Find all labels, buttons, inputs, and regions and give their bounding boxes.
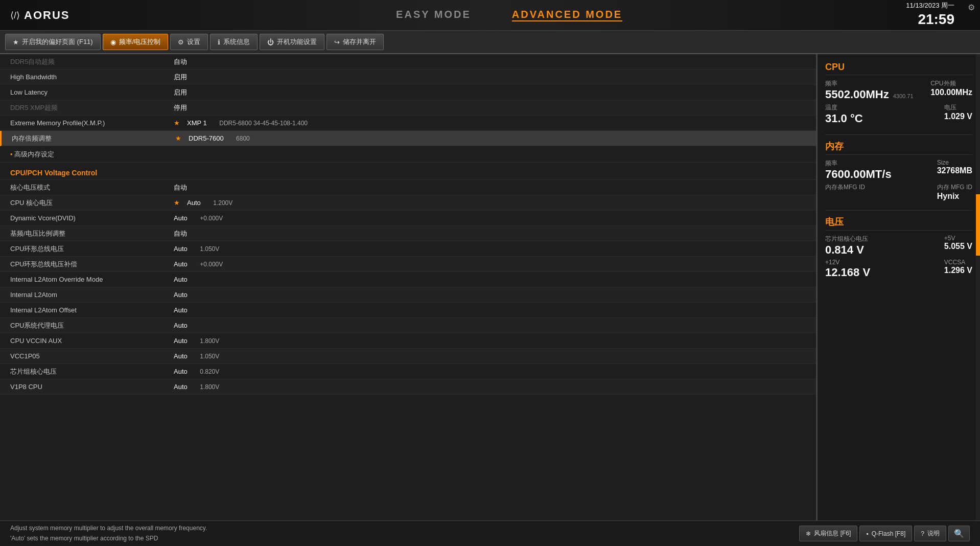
setting-value[interactable]: Auto 0.820V	[174, 368, 806, 375]
setting-name: Dynamic Vcore(DVID)	[10, 214, 174, 222]
freq-icon: ◉	[110, 38, 116, 46]
setting-name: High Bandwidth	[10, 73, 174, 81]
voltage-12v-row: +12V 12.168 V VCCSA 1.296 V	[825, 259, 972, 279]
setting-value[interactable]: Auto 1.050V	[174, 245, 806, 253]
table-row[interactable]: Low Latency 启用	[0, 85, 816, 100]
table-row[interactable]: V1P8 CPU Auto 1.800V	[0, 379, 816, 395]
table-row[interactable]: Extreme Memory Profile(X.M.P.) ★XMP 1 DD…	[0, 116, 816, 131]
qflash-button[interactable]: ▪ Q-Flash [F8]	[859, 526, 912, 541]
table-row[interactable]: Internal L2Atom Override Mode Auto	[0, 272, 816, 287]
cpu-temp-row: 温度 31.0 °C 电压 1.029 V	[825, 103, 972, 125]
table-row[interactable]: 内存倍频调整 ★DDR5-7600 6800	[0, 131, 816, 146]
setting-value[interactable]: Auto	[174, 322, 806, 329]
setting-extra: 0.820V	[200, 368, 219, 375]
voltage-12v-label: +12V	[825, 259, 870, 266]
table-row[interactable]: 核心电压模式 自动	[0, 180, 816, 195]
save-exit-button[interactable]: ↪ 储存并离开	[326, 34, 384, 50]
table-row[interactable]: Dynamic Vcore(DVID) Auto +0.000V	[0, 211, 816, 226]
setting-value[interactable]: 自动	[174, 183, 806, 192]
setting-value[interactable]: Auto	[174, 306, 806, 314]
divider-1	[825, 134, 972, 135]
table-row[interactable]: Internal L2Atom Offset Auto	[0, 303, 816, 318]
setting-value[interactable]: 启用	[174, 88, 806, 97]
table-row[interactable]: CPU系统代理电压 Auto	[0, 318, 816, 333]
search-button[interactable]: 🔍	[948, 526, 970, 541]
cpu-freq-label: 频率	[825, 79, 914, 88]
main-content: DDR5自动超频 自动 High Bandwidth 启用 Low Latenc…	[0, 54, 980, 520]
setting-value[interactable]: ★Auto 1.200V	[174, 199, 806, 207]
setting-value[interactable]: Auto +0.000V	[174, 260, 806, 268]
setting-name: Low Latency	[10, 88, 174, 96]
setting-extra: 1.200V	[213, 199, 232, 207]
voltage-core-label: 芯片组核心电压	[825, 235, 868, 243]
easy-mode-label[interactable]: EASY MODE	[396, 9, 471, 21]
setting-value[interactable]: 自动	[174, 57, 806, 66]
divider-2	[825, 210, 972, 211]
advanced-mode-label[interactable]: ADVANCED MODE	[512, 9, 622, 21]
setting-value[interactable]: Auto 1.800V	[174, 337, 806, 345]
cpu-freq-sub: 4300.71	[893, 93, 914, 99]
table-row[interactable]: DDR5 XMP超频 停用	[0, 100, 816, 116]
star-icon: ★	[174, 119, 180, 127]
setting-value[interactable]: Auto 1.050V	[174, 352, 806, 360]
fan-icon: ❄	[806, 530, 811, 537]
flash-icon: ▪	[866, 530, 868, 537]
table-row[interactable]: DDR5自动超频 自动	[0, 54, 816, 70]
help-icon: ?	[921, 530, 924, 537]
settings-panel: DDR5自动超频 自动 High Bandwidth 启用 Low Latenc…	[0, 54, 816, 520]
fan-info-button[interactable]: ❄ 风扇信息 [F6]	[799, 526, 857, 541]
table-row[interactable]: CPU 核心电压 ★Auto 1.200V	[0, 195, 816, 211]
setting-value[interactable]: 启用	[174, 73, 806, 82]
info-icon: ℹ	[218, 38, 220, 46]
setting-name: CPU VCCIN AUX	[10, 337, 174, 345]
boot-settings-button[interactable]: ⏻ 开机功能设置	[260, 34, 324, 50]
table-row[interactable]: 基频/电压比例调整 自动	[0, 226, 816, 241]
table-row[interactable]: 芯片组核心电压 Auto 0.820V	[0, 364, 816, 379]
mem-info-section: 内存 频率 7600.00MT/s Size 32768MB 内存条MFG ID…	[825, 140, 972, 201]
setting-value[interactable]: 自动	[174, 229, 806, 238]
voltage-5v-label: +5V	[944, 235, 972, 242]
setting-value[interactable]: ★DDR5-7600 6800	[175, 134, 806, 142]
header: ⟨/⟩ AORUS EASY MODE ADVANCED MODE 11/13/…	[0, 0, 980, 31]
table-row[interactable]: CPU环形总线电压 Auto 1.050V	[0, 241, 816, 257]
star-icon: ★	[174, 199, 180, 207]
vccsa-value: 1.296 V	[944, 266, 972, 275]
setting-value[interactable]: Auto +0.000V	[174, 214, 806, 222]
settings-button[interactable]: ⚙ 设置	[170, 34, 208, 50]
cpu-freq-row: 频率 5502.00MHz 4300.71 CPU外频 100.00MHz	[825, 79, 972, 101]
fav-page-button[interactable]: ★ 开启我的偏好页面 (F11)	[5, 34, 101, 50]
setting-value[interactable]: Auto	[174, 291, 806, 299]
gear-icon[interactable]: ⚙	[968, 3, 975, 12]
setting-name: 核心电压模式	[10, 183, 174, 192]
setting-value[interactable]: Auto	[174, 276, 806, 283]
setting-extra: DDR5-6800 34-45-45-108-1.400	[219, 120, 308, 127]
table-row[interactable]: ▪ 高级内存设定	[0, 146, 816, 163]
setting-name: 内存倍频调整	[12, 134, 175, 143]
mem-mfg-label: 内存条MFG ID	[825, 183, 865, 192]
time-display: 21:59	[906, 10, 954, 29]
voltage-info-section: 电压 芯片组核心电压 0.814 V +5V 5.055 V +12V 12.1…	[825, 216, 972, 279]
mem-mfg-row: 内存条MFG ID 内存 MFG ID Hynix	[825, 183, 972, 201]
table-row[interactable]: High Bandwidth 启用	[0, 70, 816, 85]
setting-value[interactable]: ★XMP 1 DDR5-6800 34-45-45-108-1.400	[174, 119, 806, 127]
setting-value[interactable]: 停用	[174, 103, 806, 112]
setting-name: Internal L2Atom	[10, 291, 174, 299]
sysinfo-button[interactable]: ℹ 系统信息	[210, 34, 258, 50]
table-row[interactable]: CPU VCCIN AUX Auto 1.800V	[0, 333, 816, 349]
table-row[interactable]: CPU/PCH Voltage Control	[0, 163, 816, 180]
freq-control-button[interactable]: ◉ 频率/电压控制	[103, 34, 169, 50]
setting-name: CPU环形总线电压补偿	[10, 260, 174, 269]
help-button[interactable]: ? 说明	[914, 526, 946, 541]
sub-header-text: ▪ 高级内存设定	[10, 150, 54, 159]
footer-buttons: ❄ 风扇信息 [F6] ▪ Q-Flash [F8] ? 说明 🔍	[799, 526, 970, 541]
setting-value[interactable]: Auto 1.800V	[174, 383, 806, 391]
date-display: 11/13/2023 周一	[906, 2, 954, 10]
table-row[interactable]: CPU环形总线电压补偿 Auto +0.000V	[0, 257, 816, 272]
voltage-core-value: 0.814 V	[825, 243, 868, 257]
table-row[interactable]: Internal L2Atom Auto	[0, 287, 816, 303]
table-row[interactable]: VCC1P05 Auto 1.050V	[0, 349, 816, 364]
cpu-voltage-label: 电压	[944, 103, 972, 112]
voltage-core-row: 芯片组核心电压 0.814 V +5V 5.055 V	[825, 235, 972, 257]
section-header-text: CPU/PCH Voltage Control	[10, 169, 97, 177]
hint-line1: Adjust system memory multiplier to adjus…	[10, 524, 207, 533]
